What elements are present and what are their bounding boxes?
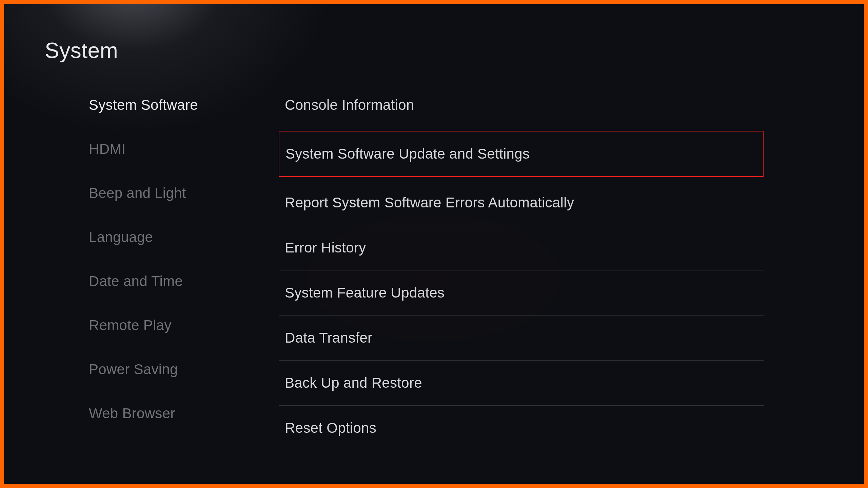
sidebar-item-beep-and-light[interactable]: Beep and Light	[89, 185, 245, 201]
main-item-system-software-update[interactable]: System Software Update and Settings	[279, 131, 764, 177]
app-frame: System System Software HDMI Beep and Lig…	[0, 0, 868, 488]
sidebar-item-power-saving[interactable]: Power Saving	[89, 361, 245, 378]
main-item-label: Back Up and Restore	[285, 375, 422, 391]
sidebar-item-web-browser[interactable]: Web Browser	[89, 405, 245, 422]
main-item-system-feature-updates[interactable]: System Feature Updates	[279, 270, 764, 316]
sidebar-item-label: Power Saving	[89, 361, 178, 377]
sidebar-item-label: HDMI	[89, 141, 126, 157]
columns-layout: System Software HDMI Beep and Light Lang…	[45, 97, 823, 450]
content-area: System System Software HDMI Beep and Lig…	[4, 4, 864, 484]
sidebar-item-remote-play[interactable]: Remote Play	[89, 317, 245, 333]
main-item-label: System Software Update and Settings	[285, 146, 530, 162]
main-item-label: Error History	[285, 240, 366, 256]
sidebar-item-label: Beep and Light	[89, 185, 186, 201]
sidebar: System Software HDMI Beep and Light Lang…	[89, 97, 245, 450]
sidebar-item-label: System Software	[89, 97, 198, 113]
sidebar-item-system-software[interactable]: System Software	[89, 97, 245, 113]
page-title: System	[45, 38, 823, 63]
main-item-label: Reset Options	[285, 420, 376, 436]
main-panel: Console Information System Software Upda…	[279, 97, 764, 450]
sidebar-item-label: Remote Play	[89, 317, 172, 333]
main-item-report-errors[interactable]: Report System Software Errors Automatica…	[279, 180, 764, 225]
sidebar-item-label: Language	[89, 229, 153, 245]
sidebar-item-language[interactable]: Language	[89, 229, 245, 245]
main-item-label: System Feature Updates	[285, 285, 445, 301]
main-item-label: Report System Software Errors Automatica…	[285, 195, 574, 210]
main-item-back-up-restore[interactable]: Back Up and Restore	[279, 361, 764, 406]
sidebar-item-label: Date and Time	[89, 273, 183, 289]
main-item-error-history[interactable]: Error History	[279, 225, 764, 270]
main-item-console-information[interactable]: Console Information	[279, 97, 764, 127]
main-item-label: Console Information	[285, 97, 414, 113]
sidebar-item-label: Web Browser	[89, 405, 175, 421]
main-item-data-transfer[interactable]: Data Transfer	[279, 316, 764, 361]
sidebar-item-date-and-time[interactable]: Date and Time	[89, 273, 245, 289]
main-item-label: Data Transfer	[285, 330, 372, 346]
main-item-reset-options[interactable]: Reset Options	[279, 406, 764, 450]
sidebar-item-hdmi[interactable]: HDMI	[89, 141, 245, 157]
